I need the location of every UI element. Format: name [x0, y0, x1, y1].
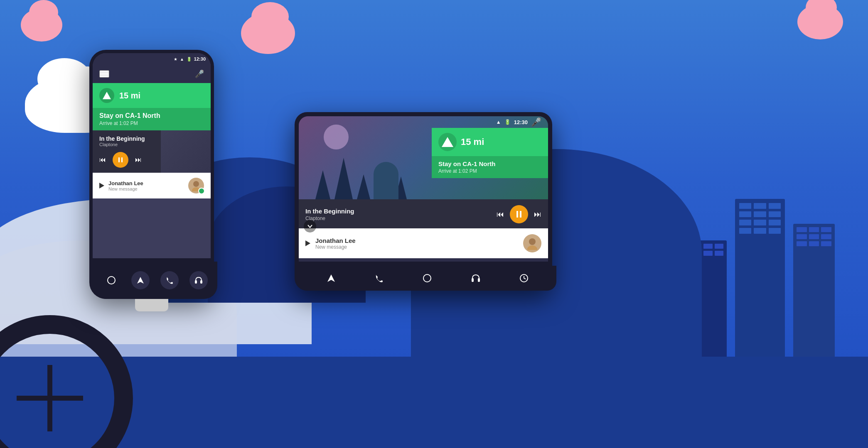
pause-bar-1 [118, 157, 120, 162]
phone-nav-arrow [99, 88, 114, 103]
signal-icon: ▲ [180, 57, 184, 61]
phone-stand [135, 299, 168, 311]
car-next-button[interactable]: ⏭ [534, 210, 541, 219]
phone-bottom-nav [93, 262, 217, 299]
car-bottom-nav [299, 266, 556, 291]
car-music-section: In the Beginning Claptone ⏮ ⏭ [299, 199, 548, 229]
cloud-pink-center [241, 12, 295, 54]
phone-nav-button[interactable] [131, 271, 150, 289]
phone-message-card[interactable]: Jonathan Lee New message [93, 173, 211, 198]
car-nav-eta: Arrive at 1:02 PM [438, 168, 541, 174]
phone-nav-distance: 15 mi [119, 91, 140, 100]
car-message-card[interactable]: Jonathan Lee New message [299, 228, 548, 258]
car-avatar-silhouette [526, 237, 539, 250]
car-mic-icon[interactable]: 🎤 [531, 117, 541, 127]
phone-music-title: In the Beginning [99, 135, 204, 142]
phone-avatar-container [188, 178, 204, 193]
phone-call-button[interactable] [160, 271, 179, 289]
car-status-bar: ▲ 🔋 12:30 🎤 [489, 116, 548, 128]
svg-point-9 [423, 274, 431, 282]
phone-home-button[interactable] [102, 271, 120, 289]
phone-music-card: In the Beginning Claptone ⏮ ⏭ [93, 130, 211, 173]
svg-rect-5 [200, 280, 202, 284]
car-battery-icon: 🔋 [504, 119, 511, 125]
car-display: ▲ 🔋 12:30 🎤 15 mi Stay on CA-1 North Arr… [295, 112, 552, 291]
phone-message-info: Jonathan Lee New message [108, 180, 184, 191]
car-nav-history-button[interactable] [519, 274, 529, 283]
pause-bar-2 [121, 157, 123, 162]
phone-message-label: New message [108, 186, 184, 191]
phone-nav-detail-card: Stay on CA-1 North Arrive at 1:02 PM [93, 108, 211, 130]
car-pause-icon [516, 211, 521, 218]
car-nav-detail: Stay on CA-1 North Arrive at 1:02 PM [432, 156, 548, 178]
car-message-name: Jonathan Lee [315, 237, 518, 244]
car-play-icon [305, 240, 310, 246]
car-road [374, 162, 398, 199]
phone-screen: ★ ▲ 🔋 12:30 🎤 15 mi Stay on CA-1 N [93, 53, 211, 258]
car-prev-button[interactable]: ⏮ [497, 210, 504, 219]
arrow-up-icon [103, 92, 111, 99]
tree-3 [357, 174, 370, 199]
svg-marker-3 [137, 277, 144, 284]
next-button[interactable]: ⏭ [135, 156, 142, 164]
svg-rect-4 [195, 280, 197, 284]
navigation-icon [136, 276, 145, 284]
car-headphones-icon [471, 273, 481, 283]
phone-time: 12:30 [194, 56, 206, 61]
svg-point-0 [193, 181, 199, 187]
car-nav-card: 15 mi Stay on CA-1 North Arrive at 1:02 … [432, 128, 548, 178]
car-music-controls: ⏮ ⏭ [497, 205, 541, 223]
svg-marker-8 [327, 274, 335, 282]
home-icon [107, 276, 116, 284]
menu-button[interactable] [99, 70, 109, 78]
car-nav-arrow [438, 133, 457, 151]
car-pause-bar-1 [516, 211, 518, 218]
svg-point-7 [527, 245, 537, 250]
phone-music-controls: ⏮ ⏭ [99, 152, 204, 168]
car-avatar-container [523, 234, 541, 252]
phone-headphones-button[interactable] [189, 271, 208, 289]
headphones-icon [194, 276, 203, 285]
car-nav-headphones-button[interactable] [471, 273, 481, 283]
chevron-down-icon [307, 223, 313, 229]
car-nav-phone-button[interactable] [374, 274, 384, 283]
car-dropdown-button[interactable] [304, 220, 316, 233]
tree-1 [315, 170, 330, 199]
cloud-pink-right [797, 4, 843, 39]
svg-rect-10 [472, 278, 474, 282]
phone-avatar-badge [198, 188, 205, 194]
microphone-icon[interactable]: 🎤 [195, 69, 204, 78]
pause-icon [118, 157, 123, 162]
car-avatar [523, 234, 541, 252]
car-history-icon [519, 274, 529, 283]
car-music-title: In the Beginning [305, 208, 497, 215]
phone-message-name: Jonathan Lee [108, 180, 184, 186]
tree-2 [334, 158, 353, 199]
car-nav-home-button[interactable] [423, 274, 432, 283]
battery-icon: 🔋 [187, 57, 192, 61]
car-home-icon [423, 274, 432, 283]
car-navigation-icon [327, 274, 336, 283]
car-phone-icon [374, 274, 384, 283]
car-nav-street: Stay on CA-1 North [438, 160, 541, 167]
building-1 [735, 199, 785, 357]
car-message-info: Jonathan Lee New message [315, 237, 518, 250]
phone-nav-eta: Arrive at 1:02 PM [99, 120, 204, 126]
cloud-pink-left [21, 8, 62, 42]
phone-nav-street: Stay on CA-1 North [99, 112, 204, 120]
svg-point-6 [529, 238, 536, 245]
car-arrow-up-icon [442, 137, 453, 147]
car-signal-icon: ▲ [496, 119, 501, 125]
phone-body: ★ ▲ 🔋 12:30 🎤 15 mi Stay on CA-1 N [89, 50, 214, 299]
pause-button[interactable] [113, 152, 128, 168]
building-3 [793, 224, 835, 357]
car-message-label: New message [315, 244, 518, 250]
car-pause-button[interactable] [510, 205, 528, 223]
car-display-screen: ▲ 🔋 12:30 🎤 15 mi Stay on CA-1 North Arr… [299, 116, 548, 262]
car-nav-navigate-button[interactable] [327, 274, 336, 283]
car-music-artist: Claptone [305, 215, 497, 221]
svg-rect-11 [478, 278, 480, 282]
prev-button[interactable]: ⏮ [99, 156, 106, 164]
car-pause-bar-2 [520, 211, 521, 218]
car-nav-distance: 15 mi [461, 137, 484, 147]
